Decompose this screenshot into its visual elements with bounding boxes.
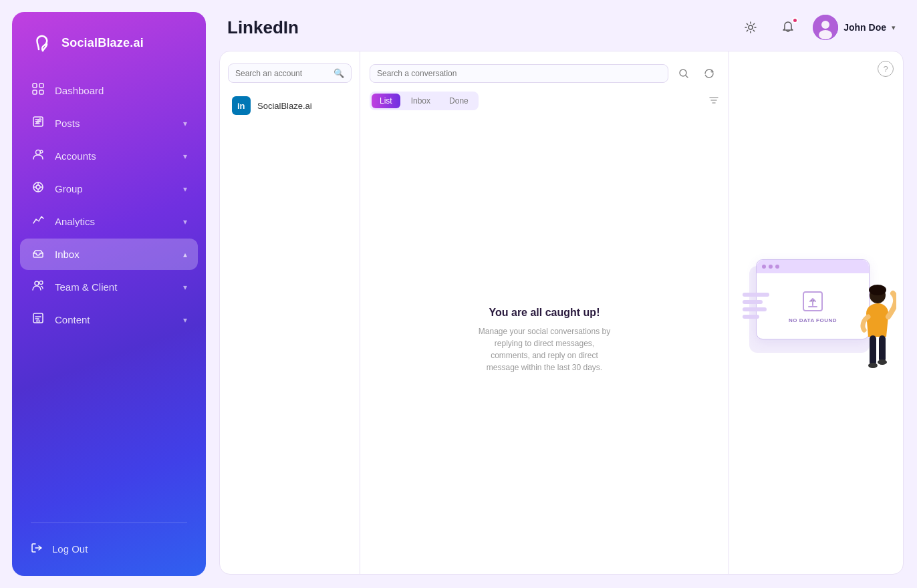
refresh-button[interactable] — [699, 63, 719, 84]
search-icon — [678, 68, 689, 79]
sidebar-item-accounts[interactable]: Accounts ▾ — [20, 140, 198, 172]
sidebar-logo: SocialBlaze.ai — [12, 31, 206, 75]
sidebar-item-label: Content — [55, 314, 90, 325]
sidebar-item-dashboard[interactable]: Dashboard — [20, 75, 198, 106]
posts-icon — [31, 116, 45, 131]
filter-icon[interactable] — [708, 95, 719, 108]
empty-state-description: Manage your social conversations by repl… — [478, 325, 612, 374]
sidebar-item-label: Posts — [55, 118, 80, 129]
accounts-panel: 🔍 in SocialBlaze.ai — [220, 51, 360, 574]
sidebar-item-label: Team & Client — [55, 281, 117, 293]
empty-state: You are all caught up! Manage your socia… — [370, 118, 719, 562]
svg-text:in: in — [237, 101, 245, 111]
svg-point-13 — [749, 25, 753, 29]
svg-point-5 — [36, 150, 41, 155]
dashboard-icon — [31, 83, 45, 98]
analytics-icon — [31, 214, 45, 229]
illustration-panel: NO DATA FOUND — [729, 51, 903, 574]
sidebar-item-label: Analytics — [55, 216, 95, 227]
notifications-button[interactable] — [775, 15, 801, 40]
tab-list[interactable]: List — [372, 94, 400, 108]
sidebar-item-posts[interactable]: Posts ▾ — [20, 108, 198, 139]
refresh-icon — [704, 68, 714, 79]
svg-rect-23 — [879, 335, 886, 362]
nav-items: Dashboard Posts ▾ — [12, 75, 206, 512]
account-search-input[interactable] — [235, 69, 330, 78]
chevron-down-icon: ▾ — [183, 315, 187, 325]
svg-rect-12 — [37, 320, 39, 322]
gear-icon — [744, 21, 757, 34]
sidebar-item-label: Accounts — [55, 150, 96, 162]
accounts-icon — [31, 148, 45, 164]
sidebar-item-label: Inbox — [55, 249, 80, 260]
chevron-down-icon: ▾ — [892, 23, 896, 32]
svg-rect-0 — [33, 84, 37, 88]
logout-button[interactable]: Log Out — [12, 534, 206, 564]
svg-rect-2 — [33, 90, 37, 94]
content-icon — [31, 312, 45, 327]
sidebar-divider — [31, 523, 187, 523]
group-icon — [31, 181, 45, 196]
account-search-box[interactable]: 🔍 — [228, 63, 352, 83]
svg-rect-1 — [39, 84, 43, 88]
tab-row: List Inbox Done — [370, 92, 719, 110]
svg-point-25 — [878, 359, 887, 365]
svg-point-16 — [819, 30, 832, 39]
sidebar-item-team-client[interactable]: Team & Client ▾ — [20, 271, 198, 303]
user-name: John Doe — [843, 22, 886, 33]
inbox-icon — [31, 247, 45, 262]
tab-inbox[interactable]: Inbox — [403, 94, 438, 108]
app-name: SocialBlaze.ai — [61, 36, 144, 50]
svg-point-15 — [821, 21, 829, 29]
conversation-search-input[interactable] — [377, 69, 661, 78]
chevron-down-icon: ▾ — [183, 283, 187, 292]
chevron-down-icon: ▾ — [183, 217, 187, 227]
sidebar: SocialBlaze.ai Dashboard — [12, 12, 206, 576]
avatar — [813, 15, 838, 40]
svg-point-21 — [869, 285, 886, 295]
tab-done[interactable]: Done — [441, 94, 477, 108]
team-icon — [31, 279, 45, 295]
header: LinkedIn — [206, 0, 917, 51]
svg-rect-22 — [870, 335, 876, 365]
person-illustration — [843, 283, 896, 380]
logout-icon — [31, 542, 43, 556]
user-menu[interactable]: John Doe ▾ — [813, 15, 896, 40]
no-data-icon — [801, 289, 825, 313]
svg-point-8 — [36, 185, 40, 189]
tabs: List Inbox Done — [370, 92, 479, 110]
content-area: ? 🔍 in SocialBlaze.ai — [219, 51, 904, 575]
conversation-search-row — [370, 63, 719, 84]
sidebar-item-analytics[interactable]: Analytics ▾ — [20, 206, 198, 237]
svg-rect-11 — [33, 313, 43, 323]
logo-icon — [31, 31, 55, 55]
sidebar-item-label: Group — [55, 183, 83, 194]
notification-badge — [792, 17, 798, 23]
account-item[interactable]: in SocialBlaze.ai — [228, 91, 352, 120]
help-button[interactable]: ? — [878, 61, 894, 77]
linkedin-icon: in — [232, 96, 251, 115]
no-data-illustration: NO DATA FOUND — [743, 253, 890, 373]
sidebar-item-inbox[interactable]: Inbox ▴ — [20, 239, 198, 270]
sidebar-item-content[interactable]: Content ▾ — [20, 304, 198, 335]
svg-point-9 — [35, 281, 39, 285]
main-content: LinkedIn — [206, 0, 917, 588]
chevron-up-icon: ▴ — [183, 250, 187, 259]
search-button[interactable] — [674, 63, 694, 84]
sidebar-item-label: Dashboard — [55, 85, 104, 96]
sidebar-item-group[interactable]: Group ▾ — [20, 173, 198, 204]
chevron-down-icon: ▾ — [183, 119, 187, 128]
header-actions: John Doe ▾ — [738, 15, 896, 40]
search-icon: 🔍 — [334, 68, 344, 78]
account-name: SocialBlaze.ai — [257, 101, 312, 111]
svg-rect-3 — [39, 90, 43, 94]
chevron-down-icon: ▾ — [183, 152, 187, 161]
no-data-label: NO DATA FOUND — [789, 317, 837, 323]
conversation-search-box[interactable] — [370, 64, 668, 83]
settings-button[interactable] — [738, 15, 763, 40]
empty-state-title: You are all caught up! — [489, 307, 600, 319]
svg-point-6 — [40, 150, 43, 153]
conversations-panel: List Inbox Done You are all caught up! M… — [360, 51, 729, 574]
chevron-down-icon: ▾ — [183, 184, 187, 194]
logout-label: Log Out — [52, 543, 88, 555]
